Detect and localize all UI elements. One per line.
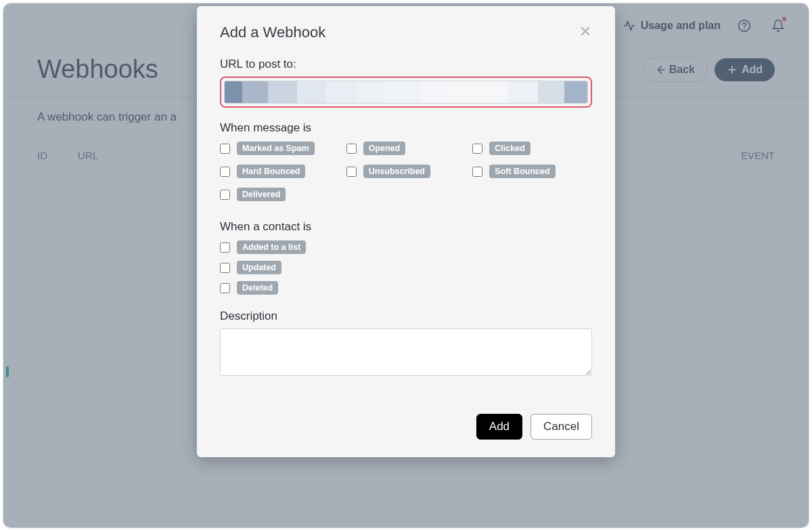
redacted-segment [325,81,357,103]
redacted-segment [447,81,478,103]
contact-event-item: Deleted [220,281,592,295]
redacted-segment [538,81,565,103]
add-button[interactable]: Add [476,414,522,440]
url-label: URL to post to: [220,58,592,71]
contact-event-label: Updated [237,261,281,274]
contact-event-checkbox[interactable] [220,242,230,253]
redacted-segment [508,81,537,103]
description-label: Description [220,310,592,323]
message-event-checkbox[interactable] [472,144,482,154]
modal-title: Add a Webhook [220,24,325,41]
redacted-segment [478,81,508,103]
message-event-item: Delivered [220,188,340,201]
message-event-label: Marked as Spam [237,142,315,155]
message-event-checkbox[interactable] [346,167,357,177]
close-button[interactable] [579,24,592,41]
message-event-checkbox[interactable] [220,167,230,177]
message-events-grid: Marked as SpamOpenedClickedHard BouncedU… [220,142,592,201]
message-event-item: Soft Bounced [472,165,592,178]
redacted-segment [357,81,386,103]
contact-event-label: Added to a list [237,240,306,254]
message-event-label: Opened [363,142,406,155]
add-webhook-modal: Add a Webhook URL to post to: When messa… [197,6,615,457]
contact-event-checkbox[interactable] [220,283,230,293]
redacted-segment [297,81,325,103]
description-input[interactable] [220,328,592,376]
message-event-checkbox[interactable] [346,144,357,154]
redacted-segment [225,81,242,103]
contact-events-grid: Added to a listUpdatedDeleted [220,240,592,295]
message-event-checkbox[interactable] [472,167,482,177]
message-event-label: Soft Bounced [489,165,555,178]
url-input[interactable] [224,81,588,104]
redacted-segment [418,81,447,103]
message-event-label: Unsubscribed [363,165,430,178]
message-event-item: Marked as Spam [220,142,340,155]
message-event-label: Clicked [489,142,530,155]
message-event-item: Opened [346,142,466,155]
contact-section-heading: When a contact is [220,220,592,234]
contact-event-item: Added to a list [220,240,592,254]
message-event-item: Unsubscribed [346,165,466,178]
redacted-segment [564,81,587,103]
message-section-heading: When message is [220,121,592,135]
message-event-item: Clicked [472,142,592,155]
cancel-button[interactable]: Cancel [531,414,592,440]
message-event-label: Hard Bounced [237,165,305,178]
contact-event-label: Deleted [237,281,278,295]
redacted-segment [242,81,268,103]
close-icon [579,24,592,38]
message-event-label: Delivered [237,188,286,201]
redacted-segment [386,81,418,103]
contact-event-checkbox[interactable] [220,263,230,273]
contact-event-item: Updated [220,261,592,274]
message-event-checkbox[interactable] [220,190,230,200]
url-highlight [220,77,592,108]
message-event-item: Hard Bounced [220,165,340,178]
message-event-checkbox[interactable] [220,144,230,154]
redacted-segment [268,81,297,103]
